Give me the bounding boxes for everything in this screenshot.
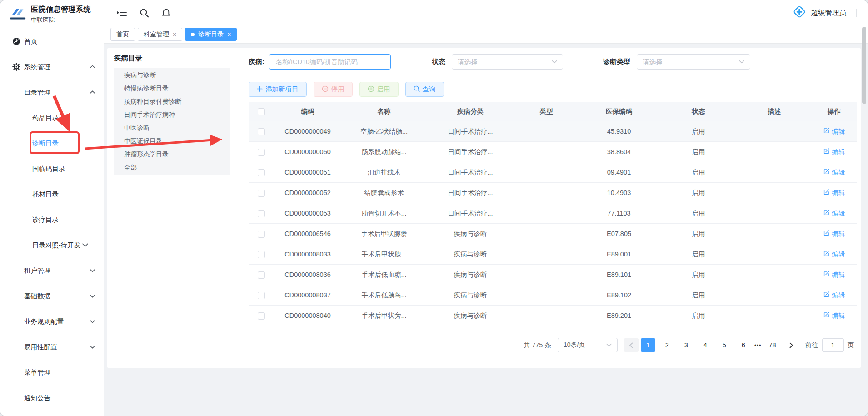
disease-catalog-panel: 疾病目录 疾病与诊断 特慢病诊断目录 按病种目录付费诊断 日间手术治疗病种 中医…	[107, 48, 230, 368]
edit-button[interactable]: 编辑	[823, 230, 845, 238]
row-checkbox[interactable]	[258, 190, 265, 197]
page-button-2[interactable]: 2	[660, 338, 674, 352]
status-select[interactable]: 请选择	[452, 54, 563, 70]
logo-icon	[9, 5, 27, 25]
panel-title: 疾病目录	[114, 54, 230, 63]
close-icon[interactable]: ×	[227, 31, 231, 38]
edit-button[interactable]: 编辑	[823, 250, 845, 259]
sidebar-item-11[interactable]: 业务规则配置	[0, 309, 104, 334]
enable-button[interactable]: 启用	[359, 82, 399, 97]
prev-page-button[interactable]	[624, 338, 639, 352]
edit-icon	[823, 168, 830, 176]
sidebar-item-13[interactable]: 菜单管理	[0, 360, 104, 385]
goto-page-input[interactable]: 1	[822, 338, 844, 352]
sidebar-item-3[interactable]: 药品目录	[0, 105, 104, 130]
tree-item[interactable]: 肿瘤形态学目录	[114, 148, 230, 161]
chevron-down-icon	[739, 60, 744, 64]
tree-item[interactable]: 按病种目录付费诊断	[114, 95, 230, 108]
page-button-1[interactable]: 1	[641, 338, 655, 352]
next-page-button[interactable]	[784, 338, 799, 352]
sidebar-item-10[interactable]: 基础数据	[0, 283, 104, 309]
tab-department-mgmt[interactable]: 科室管理 ×	[138, 28, 182, 41]
disease-search-input[interactable]: 名称/ICD10编码/拼音助记码	[269, 54, 391, 70]
goto-label: 前往	[805, 341, 818, 350]
chevron-down-icon	[90, 320, 95, 323]
table-row: CD0000000053 肋骨切开术不... 日间手术治疗... 77.1103…	[249, 203, 857, 224]
table-row: CD0000000051 泪道挂线术 日间手术治疗... 09.4901 启用 …	[249, 162, 857, 183]
tree-item[interactable]: 特慢病诊断目录	[114, 82, 230, 95]
sidebar-item-9[interactable]: 租户管理	[0, 258, 104, 283]
cell-code: CD0000008033	[274, 251, 341, 258]
sidebar-item-2[interactable]: 目录管理	[0, 80, 104, 105]
row-checkbox[interactable]	[258, 210, 265, 217]
sidebar-item-4[interactable]: 诊断目录	[0, 130, 104, 156]
search-icon[interactable]	[140, 8, 149, 18]
row-checkbox[interactable]	[258, 312, 265, 320]
tab-diagnosis-catalog[interactable]: 诊断目录 ×	[185, 28, 237, 41]
row-checkbox[interactable]	[258, 149, 265, 156]
select-all-checkbox[interactable]	[258, 108, 265, 115]
sidebar-item-14[interactable]: 通知公告	[0, 385, 104, 411]
page-button-3[interactable]: 3	[679, 338, 693, 352]
row-checkbox[interactable]	[258, 231, 265, 238]
diagnosis-type-select[interactable]: 请选择	[637, 54, 750, 70]
row-checkbox[interactable]	[258, 271, 265, 279]
edit-button[interactable]: 编辑	[823, 189, 845, 197]
sidebar-item-1[interactable]: 系统管理	[0, 54, 104, 80]
cell-category: 疾病与诊断	[427, 250, 514, 259]
cell-insurance-code: 10.4903	[579, 189, 659, 196]
sidebar-fold-icon[interactable]	[117, 9, 127, 17]
tab-home[interactable]: 首页	[110, 28, 135, 41]
edit-button[interactable]: 编辑	[823, 271, 845, 279]
medical-cross-icon	[792, 5, 807, 21]
close-icon[interactable]: ×	[173, 31, 176, 38]
page-button-5[interactable]: 5	[717, 338, 732, 352]
user-menu[interactable]: 超级管理员	[792, 5, 857, 21]
tree-item[interactable]: 疾病与诊断	[114, 69, 230, 82]
table-section: 疾病: 名称/ICD10编码/拼音助记码 状态 请选择 诊断类型	[230, 48, 861, 368]
cell-category: 日间手术治疗...	[427, 148, 514, 156]
window-scrollbar-thumb[interactable]	[862, 27, 866, 104]
goto-unit: 页	[848, 341, 854, 350]
cell-category: 疾病与诊断	[427, 271, 514, 279]
tree-item[interactable]: 中医证候目录	[114, 135, 230, 148]
tree-item[interactable]: 中医诊断	[114, 121, 230, 135]
tree-item[interactable]: 全部	[114, 161, 230, 174]
sidebar-item-6[interactable]: 耗材目录	[0, 181, 104, 207]
chevron-down-icon	[90, 269, 95, 272]
sidebar-item-12[interactable]: 易用性配置	[0, 334, 104, 360]
sidebar-item-0[interactable]: 首页	[0, 29, 104, 54]
edit-button[interactable]: 编辑	[823, 209, 845, 218]
bell-icon[interactable]	[162, 8, 170, 18]
sidebar-item-8[interactable]: 目录对照-待开发	[0, 232, 104, 258]
pagination: 共 775 条 10条/页 123456•••78	[249, 338, 856, 352]
query-button[interactable]: 查询	[405, 82, 444, 97]
page-button-4[interactable]: 4	[698, 338, 713, 352]
cell-status: 启用	[659, 230, 738, 238]
cell-status: 启用	[659, 291, 738, 300]
row-checkbox[interactable]	[258, 292, 265, 299]
cell-status: 启用	[659, 189, 738, 197]
add-item-button[interactable]: 添加新项目	[249, 82, 307, 97]
sidebar-item-7[interactable]: 诊疗目录	[0, 207, 104, 232]
sidebar-item-5[interactable]: 国临码目录	[0, 156, 104, 181]
disease-filter-label: 疾病:	[249, 58, 264, 66]
cell-name: 手术后甲状旁...	[341, 311, 427, 320]
page-button-6[interactable]: 6	[736, 338, 751, 352]
edit-button[interactable]: 编辑	[823, 291, 845, 300]
row-checkbox[interactable]	[258, 169, 265, 176]
disable-button[interactable]: 停用	[314, 82, 353, 97]
row-checkbox[interactable]	[258, 251, 265, 258]
edit-button[interactable]: 编辑	[823, 311, 845, 320]
tree-item[interactable]: 日间手术治疗病种	[114, 108, 230, 121]
cell-insurance-code: 38.8604	[579, 148, 659, 155]
cell-category: 疾病与诊断	[427, 230, 514, 238]
edit-button[interactable]: 编辑	[823, 127, 845, 136]
page-size-select[interactable]: 10条/页	[558, 338, 618, 352]
row-checkbox[interactable]	[258, 128, 265, 135]
pages-ellipsis[interactable]: •••	[754, 342, 762, 349]
edit-button[interactable]: 编辑	[823, 168, 845, 177]
page-button-78[interactable]: 78	[765, 338, 780, 352]
edit-button[interactable]: 编辑	[823, 148, 845, 156]
content-area: 疾病目录 疾病与诊断 特慢病诊断目录 按病种目录付费诊断 日间手术治疗病种 中医…	[104, 44, 868, 416]
